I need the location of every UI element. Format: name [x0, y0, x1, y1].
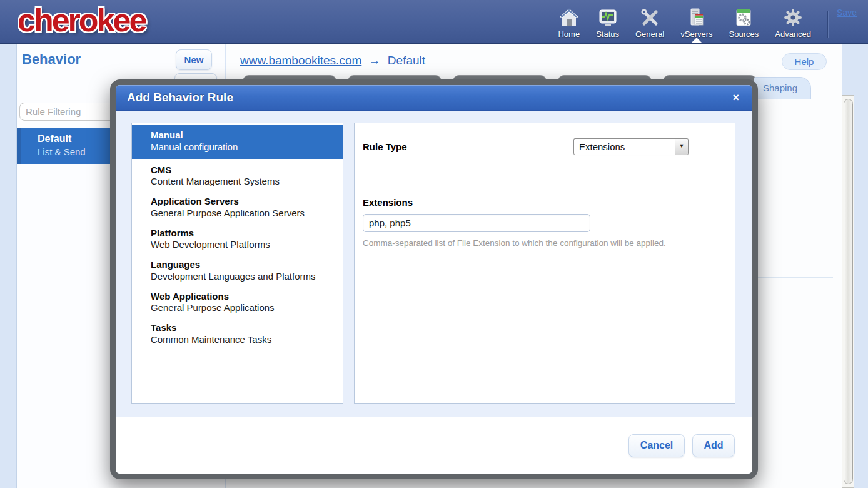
category-item-platforms[interactable]: Platforms Web Development Platforms [132, 225, 343, 255]
top-bar: cherokee Home Status [0, 0, 868, 44]
vservers-icon [686, 7, 707, 28]
category-subtitle: Common Maintenance Tasks [151, 334, 338, 346]
category-item-manual[interactable]: Manual Manual configuration [132, 125, 343, 159]
modal-body: Manual Manual configuration CMS Content … [116, 111, 752, 417]
sources-icon [733, 7, 754, 28]
active-tab-caret [692, 38, 702, 43]
help-button[interactable]: Help [782, 53, 827, 70]
category-subtitle: General Purpose Applications [151, 302, 338, 314]
breadcrumb-arrow: → [369, 54, 381, 67]
category-title: Languages [151, 259, 338, 271]
category-item-web-applications[interactable]: Web Applications General Purpose Applica… [132, 288, 343, 318]
modal-header: Add Behavior Rule × [116, 85, 752, 111]
category-item-languages[interactable]: Languages Development Languages and Plat… [132, 256, 343, 287]
rule-category-list: Manual Manual configuration CMS Content … [131, 123, 343, 404]
new-rule-button[interactable]: New [176, 49, 212, 70]
rule-type-select[interactable]: Extensions ▼ [573, 138, 689, 155]
category-subtitle: Content Management Systems [151, 176, 338, 188]
add-behavior-rule-modal: Add Behavior Rule × Manual Manual config… [110, 79, 758, 479]
category-title: Web Applications [151, 291, 338, 303]
nav-label-advanced: Advanced [775, 29, 811, 39]
category-subtitle: General Purpose Application Servers [151, 208, 338, 220]
nav-item-sources[interactable]: Sources [721, 0, 767, 43]
main-nav: Home Status General [550, 0, 868, 43]
category-subtitle: Manual configuration [151, 141, 338, 153]
rule-type-label: Rule Type [363, 141, 407, 152]
category-title: CMS [151, 165, 338, 176]
rule-form-panel: Rule Type Extensions ▼ Extensions Comma-… [354, 123, 735, 404]
rule-type-selected-value: Extensions [574, 141, 675, 152]
extensions-label: Extensions [363, 197, 413, 208]
cherokee-logo: cherokee [18, 4, 145, 39]
nav-label-status: Status [596, 29, 619, 39]
category-title: Manual [151, 130, 338, 141]
nav-divider [827, 11, 828, 38]
extensions-input[interactable] [363, 214, 590, 232]
category-item-cms[interactable]: CMS Content Management Systems [132, 161, 343, 192]
nav-label-home: Home [558, 29, 580, 39]
advanced-icon [782, 7, 804, 28]
save-link[interactable]: Save [837, 8, 857, 18]
nav-item-general[interactable]: General [627, 0, 672, 43]
modal-title: Add Behavior Rule [127, 91, 233, 104]
nav-item-status[interactable]: Status [588, 0, 627, 43]
vertical-scrollbar-thumb[interactable] [844, 99, 853, 484]
vserver-link[interactable]: www.bambookites.com [240, 54, 361, 67]
breadcrumb-page: Default [388, 54, 425, 67]
nav-label-sources: Sources [729, 29, 759, 39]
category-title: Tasks [151, 322, 338, 334]
category-subtitle: Web Development Platforms [151, 239, 338, 251]
vertical-scrollbar-track[interactable] [842, 95, 854, 488]
breadcrumb: www.bambookites.com → Default [240, 54, 425, 68]
category-item-tasks[interactable]: Tasks Common Maintenance Tasks [132, 319, 343, 350]
tab-traffic-shaping[interactable]: Shaping [754, 77, 811, 99]
general-icon [639, 7, 660, 28]
category-subtitle: Development Languages and Platforms [151, 271, 338, 283]
nav-item-advanced[interactable]: Advanced [767, 0, 819, 43]
extensions-help-text: Comma-separated list of File Extension t… [363, 238, 726, 248]
category-item-application-servers[interactable]: Application Servers General Purpose Appl… [132, 193, 343, 223]
cancel-button[interactable]: Cancel [628, 434, 685, 457]
nav-label-general: General [635, 29, 664, 39]
add-button[interactable]: Add [692, 434, 735, 457]
home-icon [558, 7, 580, 28]
nav-item-vservers[interactable]: vServers [672, 0, 720, 43]
category-title: Platforms [151, 228, 338, 240]
nav-item-home[interactable]: Home [550, 0, 588, 43]
close-icon[interactable]: × [730, 91, 741, 104]
status-icon [597, 7, 618, 28]
sidebar-title: Behavior [22, 51, 81, 68]
modal-footer: Cancel Add [116, 417, 752, 474]
chevron-down-icon: ▼ [675, 139, 688, 155]
category-title: Application Servers [151, 196, 338, 208]
